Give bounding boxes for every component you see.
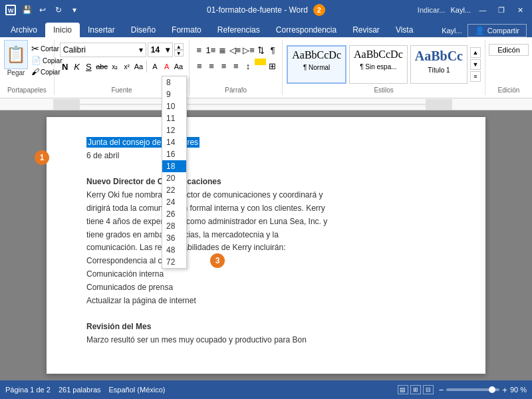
minimize-button[interactable]: — [476, 3, 489, 17]
tab-vista[interactable]: Vista [388, 23, 421, 37]
doc-line-8: tiene grados en ambas ciencias, la merca… [86, 229, 446, 241]
step-badge-3: 3 [210, 253, 225, 268]
size-72[interactable]: 72 [162, 256, 186, 268]
size-9[interactable]: 9 [162, 88, 186, 100]
multilevel-button[interactable]: ≣ [217, 43, 227, 57]
more-qat-button[interactable]: ▾ [68, 3, 81, 17]
font-color-button[interactable]: A [162, 59, 172, 74]
size-8[interactable]: 8 [162, 76, 186, 88]
align-right-button[interactable]: ≡ [218, 59, 229, 73]
size-48[interactable]: 48 [162, 244, 186, 256]
page-info: Página 1 de 2 [5, 386, 51, 394]
save-qat-button[interactable]: 💾 [20, 3, 33, 17]
word-count: 261 palabras [59, 386, 101, 394]
clipboard-group: 📋 Pegar ✂ Cortar 📄 Copiar 🖌 Copiar Porta… [0, 40, 55, 95]
word-icon: W [5, 5, 16, 15]
tab-inicio[interactable]: Inicio [45, 23, 80, 37]
edition-button-1[interactable]: Edicón [489, 44, 529, 56]
size-18[interactable]: 18 [162, 160, 186, 172]
doc-line-15: Revisión del Mes [86, 321, 446, 332]
highlight-color-button[interactable]: A [150, 59, 160, 74]
font-size-increase[interactable]: ▲ [174, 43, 184, 50]
size-11[interactable]: 11 [162, 112, 186, 124]
doc-line-3 [86, 164, 446, 175]
style-title1[interactable]: AaBbCc Título 1 [410, 45, 467, 84]
justify-button[interactable]: ≡ [230, 59, 241, 73]
language-label: Español (México) [109, 386, 166, 394]
font-name-selector[interactable]: Calibri ▾ [60, 43, 146, 57]
tab-revisar[interactable]: Revisar [344, 23, 388, 37]
paste-button[interactable]: 📋 Pegar [4, 40, 28, 76]
zoom-slider[interactable] [446, 388, 499, 391]
italic-button[interactable]: K [72, 59, 82, 74]
underline-button[interactable]: S [83, 59, 94, 74]
align-left-button[interactable]: ≡ [194, 59, 205, 73]
bullets-button[interactable]: ≡ [194, 43, 204, 57]
styles-more[interactable]: ≡ [470, 71, 481, 82]
paragraph-group: ≡ 1≡ ≣ ◁≡ ▷≡ ⇅ ¶ ≡ ≡ ≡ ≡ ↕ ⊞ Párrafo [190, 40, 283, 95]
restore-button[interactable]: ❐ [495, 3, 508, 17]
strikethrough-button[interactable]: abc [95, 59, 108, 74]
step-badge-1: 1 [35, 150, 49, 165]
fontsize-dropdown[interactable]: 8 9 10 11 12 14 16 18 20 22 24 26 28 36 … [162, 76, 187, 269]
view-print-button[interactable]: ▤ [398, 385, 408, 394]
undo-qat-button[interactable]: ↩ [36, 3, 49, 17]
tab-referencias[interactable]: Referencias [209, 23, 268, 37]
share-button[interactable]: 👤 Compartir [467, 24, 527, 37]
zoom-control: − + 90 % [439, 385, 527, 395]
bold-button[interactable]: N [60, 59, 70, 74]
styles-group: AaBbCcDc ¶ Normal AaBbCcDc ¶ Sin espa...… [283, 40, 485, 95]
doc-line-9: comunicación. Las responsabilidades de K… [86, 242, 446, 253]
size-26[interactable]: 26 [162, 208, 186, 220]
increase-indent-button[interactable]: ▷≡ [242, 43, 255, 57]
clear-format-button[interactable]: Aa [133, 59, 144, 74]
font-size-selector[interactable]: 14 ▾ [148, 43, 173, 57]
tab-insertar[interactable]: Insertar [80, 23, 123, 37]
styles-down[interactable]: ▼ [470, 59, 481, 70]
tab-formato[interactable]: Formato [164, 23, 209, 37]
styles-up[interactable]: ▲ [470, 47, 481, 58]
tab-diseno[interactable]: Diseño [123, 23, 164, 37]
line-spacing-button[interactable]: ↕ [242, 59, 253, 73]
size-12[interactable]: 12 [162, 124, 186, 136]
subscript-button[interactable]: x₂ [110, 59, 120, 74]
close-button[interactable]: ✕ [513, 3, 527, 17]
size-24[interactable]: 24 [162, 196, 186, 208]
border-button[interactable]: ⊞ [267, 59, 278, 73]
document-area: 1 Junta del consejo de directores 6 de a… [0, 110, 532, 380]
style-normal[interactable]: AaBbCcDc ¶ Normal [287, 45, 346, 84]
svg-rect-4 [426, 99, 452, 110]
doc-line-11: Comunicación interna [86, 269, 446, 280]
redo-qat-button[interactable]: ↻ [52, 3, 65, 17]
ruler-svg [53, 99, 452, 110]
size-16[interactable]: 16 [162, 148, 186, 160]
numbering-button[interactable]: 1≡ [205, 43, 216, 57]
size-14[interactable]: 14 [162, 136, 186, 148]
view-read-button[interactable]: ⊟ [423, 385, 434, 394]
font-size-decrease[interactable]: ▼ [174, 50, 184, 57]
sort-button[interactable]: ⇅ [256, 43, 267, 57]
size-10[interactable]: 10 [162, 100, 186, 112]
svg-text:W: W [8, 7, 14, 14]
tab-correspondencia[interactable]: Correspondencia [268, 23, 344, 37]
view-buttons: ▤ ⊞ ⊟ [398, 385, 434, 394]
size-20[interactable]: 20 [162, 172, 186, 184]
tab-archivo[interactable]: Archivo [3, 23, 45, 37]
zoom-in-button[interactable]: + [502, 385, 507, 395]
edition-label: Edición [489, 86, 528, 95]
superscript-button[interactable]: x² [122, 59, 132, 74]
decrease-indent-button[interactable]: ◁≡ [229, 43, 242, 57]
zoom-out-button[interactable]: − [439, 385, 444, 395]
title-bar-left: W 💾 ↩ ↻ ▾ [5, 3, 81, 17]
paragraph-row1: ≡ 1≡ ≣ ◁≡ ▷≡ ⇅ ¶ [194, 43, 278, 57]
style-no-spacing[interactable]: AaBbCcDc ¶ Sin espa... [349, 45, 408, 84]
change-case-button[interactable]: Aa [174, 59, 184, 74]
size-28[interactable]: 28 [162, 220, 186, 232]
show-marks-button[interactable]: ¶ [267, 43, 278, 57]
shading-button[interactable] [255, 59, 266, 65]
view-web-button[interactable]: ⊞ [410, 385, 421, 394]
size-36[interactable]: 36 [162, 232, 186, 244]
styles-row: AaBbCcDc ¶ Normal AaBbCcDc ¶ Sin espa...… [287, 43, 481, 86]
align-center-button[interactable]: ≡ [206, 59, 217, 73]
size-22[interactable]: 22 [162, 184, 186, 196]
